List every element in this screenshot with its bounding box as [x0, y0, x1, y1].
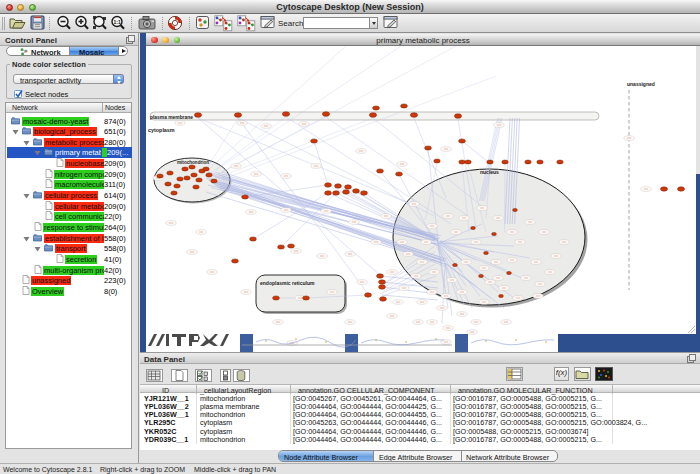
svg-text:plasma membrane: plasma membrane	[150, 115, 193, 120]
svg-text:1:1: 1:1	[114, 19, 121, 25]
svg-text:nucleus: nucleus	[480, 169, 499, 175]
svg-text:cytoplasm: cytoplasm	[148, 127, 175, 133]
svg-text:endoplasmic reticulum: endoplasmic reticulum	[260, 280, 315, 286]
svg-text:mitochondrion: mitochondrion	[177, 160, 209, 165]
svg-text:unassigned: unassigned	[627, 81, 655, 87]
